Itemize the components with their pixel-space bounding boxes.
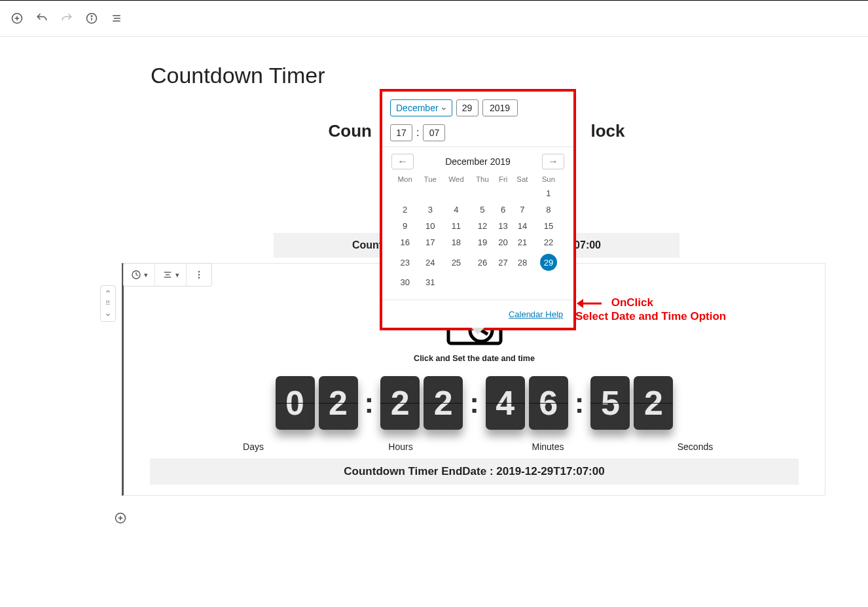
calendar-day[interactable]: 1 xyxy=(533,185,564,201)
info-icon[interactable] xyxy=(82,9,101,27)
undo-icon[interactable] xyxy=(33,9,51,27)
weekday-header: Mon xyxy=(391,173,418,185)
weekday-header: Sat xyxy=(512,173,533,185)
calendar-day xyxy=(391,185,418,201)
calendar-subtitle: Click and Set the date and time xyxy=(150,354,799,363)
hour-input[interactable]: 17 xyxy=(390,124,412,141)
label-days: Days xyxy=(214,442,293,452)
annotation-line2: Select Date and Time Option xyxy=(575,310,726,322)
add-block-bottom-icon[interactable] xyxy=(111,509,130,527)
calendar-day[interactable]: 29 xyxy=(533,251,564,274)
calendar-help-link[interactable]: Calendar Help xyxy=(509,309,563,319)
hours-digit-1: 2 xyxy=(380,376,420,430)
seconds-digit-1: 5 xyxy=(590,376,630,430)
weekday-header: Fri xyxy=(494,173,512,185)
calendar-day[interactable]: 21 xyxy=(512,234,533,251)
separator: : xyxy=(362,387,377,419)
popover-arrow-icon xyxy=(471,328,484,334)
datepicker-fields: December 29 2019 17 : 07 xyxy=(382,92,573,147)
calendar-day[interactable]: 24 xyxy=(418,251,442,274)
title-visible-prefix: Coun xyxy=(329,121,372,141)
calendar-day[interactable]: 31 xyxy=(418,274,442,290)
calendar-day[interactable]: 9 xyxy=(391,218,418,234)
svg-point-15 xyxy=(198,271,200,272)
label-seconds: Seconds xyxy=(656,442,734,452)
calendar-day[interactable]: 8 xyxy=(533,201,564,218)
enddate-bar: Countdown Timer EndDate : 2019-12-29T17:… xyxy=(150,459,799,485)
calendar-help-row: Calendar Help xyxy=(382,300,573,328)
page-title[interactable]: Countdown Timer xyxy=(151,63,868,88)
day-input[interactable]: 29 xyxy=(456,99,479,116)
block-type-button[interactable]: ▾ xyxy=(124,264,155,286)
calendar-month-title: December 2019 xyxy=(445,156,511,167)
block-toolbar: ▾ ▾ xyxy=(123,263,212,286)
calendar-day[interactable]: 20 xyxy=(494,234,512,251)
days-digit-1: 0 xyxy=(276,376,315,430)
calendar-day[interactable]: 19 xyxy=(471,234,495,251)
outline-icon[interactable] xyxy=(107,9,126,27)
calendar-day[interactable]: 22 xyxy=(533,234,564,251)
editor-top-toolbar xyxy=(0,0,868,37)
redo-icon[interactable] xyxy=(58,9,76,27)
calendar-day[interactable]: 15 xyxy=(533,218,564,234)
calendar-day xyxy=(512,185,533,201)
arrow-left-icon xyxy=(575,297,603,310)
seconds-digit-2: 2 xyxy=(634,376,673,430)
weekday-header: Tue xyxy=(418,173,442,185)
calendar-day[interactable]: 3 xyxy=(418,201,442,218)
move-up-icon[interactable]: ⌃ xyxy=(104,288,112,300)
calendar-day[interactable]: 10 xyxy=(418,218,442,234)
minutes-digit-2: 6 xyxy=(529,376,568,430)
weekday-header: Wed xyxy=(442,173,470,185)
calendar-day xyxy=(471,185,495,201)
calendar-table: MonTueWedThuFriSatSun 123456789101112131… xyxy=(391,173,564,290)
calendar-day[interactable]: 7 xyxy=(512,201,533,218)
annotation-callout: OnClick Select Date and Time Option xyxy=(575,296,726,323)
more-options-button[interactable] xyxy=(187,264,211,286)
minutes-digit-1: 4 xyxy=(486,376,525,430)
calendar-day[interactable]: 23 xyxy=(391,251,418,274)
minute-input[interactable]: 07 xyxy=(423,124,445,141)
editor-canvas: Countdown Timer Coun lock Countd 7:07:00… xyxy=(0,63,868,566)
drag-handle-icon[interactable]: ⠿ xyxy=(105,300,111,307)
calendar-day[interactable]: 2 xyxy=(391,201,418,218)
calendar-grid: ← December 2019 → MonTueWedThuFriSatSun … xyxy=(382,147,573,300)
calendar-day[interactable]: 16 xyxy=(391,234,418,251)
calendar-day[interactable]: 18 xyxy=(442,234,470,251)
calendar-day xyxy=(494,274,512,290)
calendar-day xyxy=(442,185,470,201)
calendar-day[interactable]: 13 xyxy=(494,218,512,234)
align-button[interactable]: ▾ xyxy=(155,264,187,286)
month-select[interactable]: December xyxy=(390,99,452,116)
calendar-day[interactable]: 26 xyxy=(471,251,495,274)
svg-point-5 xyxy=(91,16,92,16)
calendar-day[interactable]: 17 xyxy=(418,234,442,251)
calendar-day[interactable]: 4 xyxy=(442,201,470,218)
days-digit-2: 2 xyxy=(319,376,358,430)
calendar-day[interactable]: 6 xyxy=(494,201,512,218)
calendar-day xyxy=(494,185,512,201)
calendar-day[interactable]: 27 xyxy=(494,251,512,274)
calendar-day[interactable]: 5 xyxy=(471,201,495,218)
separator: : xyxy=(467,387,482,419)
block-movers: ⌃ ⠿ ⌄ xyxy=(100,285,116,322)
countdown-display: 0 2 : 2 2 : 4 6 : 5 2 xyxy=(150,376,799,430)
calendar-day xyxy=(533,274,564,290)
svg-point-16 xyxy=(198,274,200,275)
datepicker-popover: December 29 2019 17 : 07 ← December 2019… xyxy=(382,92,573,328)
separator: : xyxy=(572,387,587,419)
add-block-top-icon[interactable] xyxy=(8,9,26,27)
calendar-day[interactable]: 12 xyxy=(471,218,495,234)
calendar-day[interactable]: 25 xyxy=(442,251,470,274)
calendar-day[interactable]: 14 xyxy=(512,218,533,234)
calendar-day[interactable]: 28 xyxy=(512,251,533,274)
calendar-day[interactable]: 11 xyxy=(442,218,470,234)
svg-line-11 xyxy=(136,275,138,276)
calendar-day xyxy=(471,274,495,290)
calendar-day[interactable]: 30 xyxy=(391,274,418,290)
next-month-icon[interactable]: → xyxy=(542,154,564,169)
prev-month-icon[interactable]: ← xyxy=(391,154,414,169)
year-input[interactable]: 2019 xyxy=(482,99,518,116)
move-down-icon[interactable]: ⌄ xyxy=(104,307,112,319)
countdown-labels: Days Hours Minutes Seconds xyxy=(150,442,799,452)
